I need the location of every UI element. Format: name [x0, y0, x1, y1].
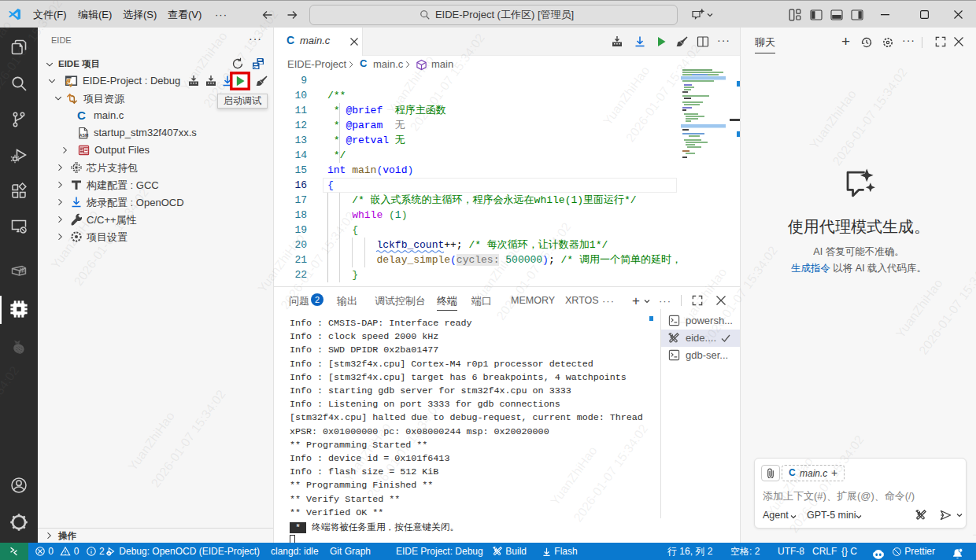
svg-text:ASM: ASM: [79, 133, 88, 138]
